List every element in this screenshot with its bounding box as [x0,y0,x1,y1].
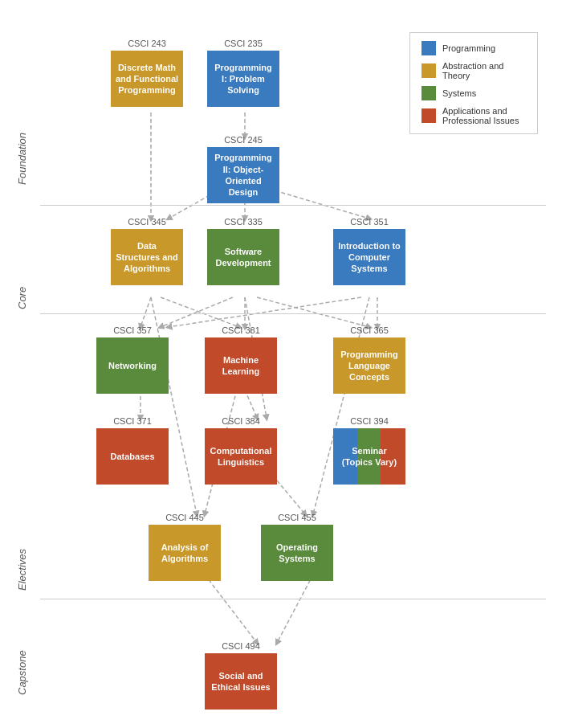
legend-programming: Programming [422,41,526,55]
course-csci381: CSCI 381 Machine Learning [205,325,277,394]
course-code-csci351: CSCI 351 [350,217,389,227]
course-csci445: CSCI 445 Analysis of Algorithms [149,513,221,581]
course-box-csci351: Introduction to Computer Systems [333,229,405,285]
course-csci494: CSCI 494 Social and Ethical Issues [205,641,277,710]
course-code-csci445: CSCI 445 [165,513,204,522]
course-box-csci235: Programming I: Problem Solving [207,51,279,107]
svg-line-20 [277,575,313,643]
legend-label-applications: Applications and Professional Issues [442,106,526,125]
course-csci357: CSCI 357 Networking [96,325,169,394]
course-code-csci245: CSCI 245 [224,135,263,145]
course-box-csci245: Programming II: Object-Oriented Design [207,147,279,203]
legend-color-applications [422,108,436,123]
diagram-container: Programming Abstraction and Theory Syste… [0,0,562,728]
course-csci371: CSCI 371 Databases [96,416,169,485]
course-csci365: CSCI 365 Programming Language Concepts [333,325,405,394]
course-box-csci345: Data Structures and Algorithms [111,229,183,285]
course-csci351: CSCI 351 Introduction to Computer System… [333,217,405,285]
divider-core [40,313,546,314]
legend-label-abstraction: Abstraction and Theory [442,61,526,80]
course-box-csci335: Software Development [207,229,279,285]
divider-foundation [40,205,546,206]
course-code-csci384: CSCI 384 [222,416,260,426]
course-csci245: CSCI 245 Programming II: Object-Oriented… [207,135,279,203]
legend-abstraction: Abstraction and Theory [422,61,526,80]
course-box-csci381: Machine Learning [205,337,277,394]
divider-electives [40,599,546,599]
course-code-csci357: CSCI 357 [113,325,152,335]
course-csci235: CSCI 235 Programming I: Problem Solving [207,39,279,107]
legend-color-abstraction [422,63,436,78]
svg-line-18 [277,481,305,514]
svg-line-4 [269,189,369,219]
svg-line-8 [161,297,233,327]
course-code-csci365: CSCI 365 [350,325,389,335]
course-code-csci494: CSCI 494 [222,641,260,651]
course-box-csci494: Social and Ethical Issues [205,653,277,710]
section-label-foundation: Foundation [16,56,28,185]
legend: Programming Abstraction and Theory Syste… [409,32,538,134]
svg-line-19 [205,575,257,643]
course-box-csci394: Seminar (Topics Vary) [333,428,405,485]
course-box-csci445: Analysis of Algorithms [149,525,221,581]
svg-line-12 [169,297,361,327]
legend-systems: Systems [422,86,526,100]
svg-line-6 [161,297,239,327]
course-csci335: CSCI 335 Software Development [207,217,279,285]
section-label-electives: Electives [16,333,28,591]
course-code-csci235: CSCI 235 [224,39,263,48]
legend-applications: Applications and Professional Issues [422,106,526,125]
course-code-csci335: CSCI 335 [224,217,263,227]
course-csci384: CSCI 384 Computational Linguistics [205,416,277,485]
course-csci394: CSCI 394 Seminar (Topics Vary) [333,416,405,485]
course-code-csci243: CSCI 243 [128,39,166,48]
course-code-csci381: CSCI 381 [222,325,260,335]
svg-line-5 [140,297,151,327]
course-box-csci455: Operating Systems [261,525,333,581]
course-box-csci371: Databases [96,428,169,485]
section-label-capstone: Capstone [16,615,28,695]
course-code-csci455: CSCI 455 [278,513,316,522]
legend-label-programming: Programming [442,43,495,53]
svg-line-10 [257,297,369,327]
legend-label-systems: Systems [442,88,476,98]
course-csci243: CSCI 243 Discrete Math and Functional Pr… [111,39,183,107]
course-csci345: CSCI 345 Data Structures and Algorithms [111,217,183,285]
course-box-csci384: Computational Linguistics [205,428,277,485]
section-label-core: Core [16,229,28,309]
course-code-csci394: CSCI 394 [350,416,389,426]
legend-color-programming [422,41,436,55]
course-box-csci357: Networking [96,337,169,394]
course-code-csci345: CSCI 345 [128,217,166,227]
svg-line-16 [245,390,257,418]
course-box-csci243: Discrete Math and Functional Programming [111,51,183,107]
course-box-csci365: Programming Language Concepts [333,337,405,394]
course-code-csci371: CSCI 371 [113,416,152,426]
course-csci455: CSCI 455 Operating Systems [261,513,333,581]
legend-color-systems [422,86,436,100]
